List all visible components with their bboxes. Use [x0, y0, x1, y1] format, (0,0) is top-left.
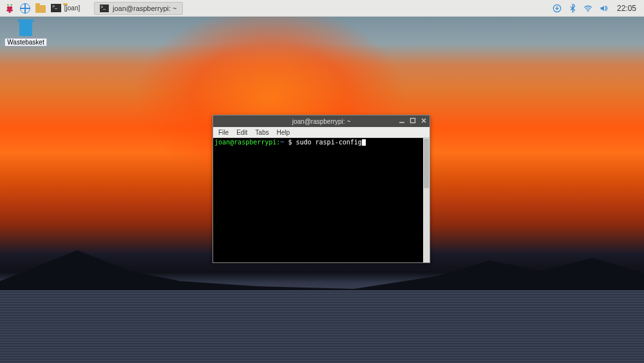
launcher-group: [joan]: [0, 3, 81, 14]
menu-edit[interactable]: Edit: [236, 129, 247, 136]
window-titlebar[interactable]: joan@raspberrypi: ~: [213, 115, 430, 127]
system-tray: 22:05: [547, 4, 644, 13]
svg-point-4: [10, 9, 13, 12]
taskbar: [joan] joan@raspberrypi: ~ 22:05: [0, 0, 644, 17]
wastebasket-desktop-icon[interactable]: Wastebasket: [6, 22, 45, 46]
terminal-menubar: File Edit Tabs Help: [213, 127, 430, 138]
close-button[interactable]: [420, 117, 427, 124]
menu-help[interactable]: Help: [276, 129, 290, 136]
download-icon[interactable]: [553, 4, 562, 13]
svg-point-7: [587, 10, 589, 12]
file-manager-launcher[interactable]: [35, 3, 46, 14]
svg-point-3: [6, 9, 9, 12]
minimize-button[interactable]: [398, 117, 405, 124]
menu-file[interactable]: File: [218, 129, 229, 136]
svg-rect-8: [410, 118, 415, 123]
taskbar-task-terminal[interactable]: joan@raspberrypi: ~: [94, 2, 183, 15]
maximize-button[interactable]: [409, 117, 416, 124]
terminal-command: sudo raspi-config: [296, 139, 361, 146]
wastebasket-label: Wastebasket: [5, 38, 46, 46]
menu-button[interactable]: [4, 3, 15, 14]
terminal-scrollbar[interactable]: [423, 138, 430, 262]
clock[interactable]: 22:05: [614, 4, 639, 13]
window-title: joan@raspberrypi: ~: [292, 118, 350, 125]
wifi-icon[interactable]: [583, 4, 592, 13]
terminal-body[interactable]: joan@raspberrypi:~ $ sudo raspi-config: [213, 138, 430, 262]
browser-launcher[interactable]: [19, 3, 31, 14]
window-controls: [398, 117, 427, 124]
trash-icon: [19, 22, 32, 36]
menu-tabs[interactable]: Tabs: [255, 129, 269, 136]
prompt-dollar: $: [284, 139, 296, 146]
folder-icon: [35, 5, 46, 13]
task-label: joan@raspberrypi: ~: [113, 5, 177, 12]
wallpaper-water: [0, 290, 644, 363]
folder-shortcut-label: [joan]: [64, 5, 80, 12]
terminal-icon: [100, 5, 109, 12]
terminal-cursor: [362, 139, 366, 146]
globe-icon: [20, 3, 30, 14]
terminal-window[interactable]: joan@raspberrypi: ~ File Edit Tabs Help …: [213, 115, 430, 263]
home-folder-launcher[interactable]: [joan]: [66, 3, 77, 14]
volume-icon[interactable]: [599, 4, 608, 13]
prompt-user: joan@raspberrypi: [214, 139, 276, 146]
terminal-icon: [51, 4, 61, 12]
scrollbar-thumb[interactable]: [424, 139, 429, 188]
svg-point-5: [8, 10, 10, 12]
bluetooth-icon[interactable]: [568, 4, 577, 13]
terminal-launcher[interactable]: [50, 3, 62, 14]
